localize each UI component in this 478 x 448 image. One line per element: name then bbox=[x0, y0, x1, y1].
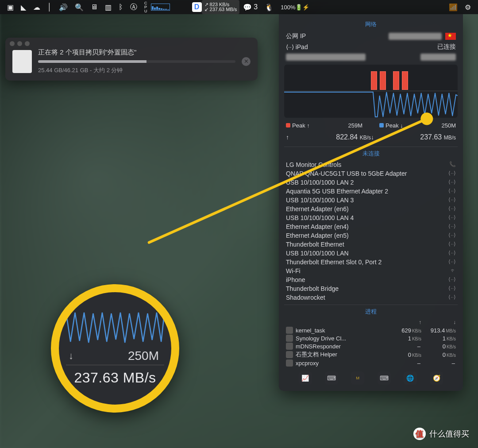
net-down-value: 237.63 MB/s bbox=[210, 7, 237, 12]
terminal-icon[interactable]: ⌨ bbox=[325, 371, 338, 385]
process-header: ↑ ↓ bbox=[279, 318, 463, 326]
device-name-redacted: XXXXXXXXX bbox=[286, 54, 366, 61]
adapter-type-icon: ⟨··⟩ bbox=[448, 170, 456, 177]
adapter-name: Wi-Fi bbox=[286, 267, 301, 274]
adapter-name: Ethernet Adapter (en5) bbox=[286, 232, 349, 239]
magnifier-callout: ↓ 250M 237.63 MB/s bbox=[51, 284, 179, 413]
process-down: 0KB/s bbox=[421, 351, 456, 358]
peak-up-value: 259M bbox=[348, 122, 362, 129]
adapter-row[interactable]: Thunderbolt Bridge⟨··⟩ bbox=[279, 284, 463, 293]
battery-status[interactable]: 100% 🔋⚡ bbox=[277, 0, 313, 14]
input-source-icon[interactable]: Ⓐ bbox=[127, 0, 141, 14]
search-icon[interactable]: 🔍 bbox=[71, 0, 87, 14]
process-up: – bbox=[387, 360, 421, 367]
adapter-row[interactable]: LG Monitor Controls📞 bbox=[279, 160, 463, 169]
process-icon bbox=[286, 327, 293, 334]
adapter-type-icon: ⟨··⟩ bbox=[448, 179, 456, 186]
adapter-type-icon: ⟨··⟩ bbox=[448, 241, 456, 248]
adapter-row[interactable]: Ethernet Adapter (en5)⟨··⟩ bbox=[279, 231, 463, 240]
adapter-row[interactable]: USB 10/100/1000 LAN 2⟨··⟩ bbox=[279, 178, 463, 187]
mag-down-arrow-icon: ↓ bbox=[69, 350, 73, 362]
bluetooth-icon[interactable]: ᛒ bbox=[115, 0, 127, 14]
speedtest-icon[interactable]: 🧭 bbox=[430, 371, 443, 385]
file-stack-icon bbox=[12, 50, 32, 73]
public-ip-redacted: XXX.XXX.XXX bbox=[389, 33, 442, 40]
adapter-row[interactable]: Wi-Fiᯤ bbox=[279, 266, 463, 275]
window-traffic-lights[interactable] bbox=[10, 41, 30, 46]
process-row[interactable]: Synology Drive Cl... 1KB/s 1KB/s bbox=[279, 334, 463, 342]
process-down: 913.4MB/s bbox=[421, 327, 456, 334]
adapter-type-icon: ⟨··⟩ bbox=[448, 294, 456, 301]
process-icon bbox=[286, 335, 293, 342]
adapter-row[interactable]: Shadowrocket⟨··⟩ bbox=[279, 293, 463, 302]
process-list: kernel_task 629KB/s 913.4MB/s Synology D… bbox=[279, 326, 463, 367]
adapter-row[interactable]: Thunderbolt Ethernet Slot 0, Port 2⟨··⟩ bbox=[279, 258, 463, 266]
process-up: 629KB/s bbox=[387, 327, 421, 334]
cancel-copy-button[interactable]: ✕ bbox=[242, 57, 251, 66]
watermark: 值 什么值得买 bbox=[413, 428, 469, 440]
wechat-icon[interactable]: 💬 3 bbox=[239, 0, 261, 14]
adapter-name: Thunderbolt Ethernet Slot 0, Port 2 bbox=[286, 259, 382, 266]
magnified-rate: 237.63 MB/s bbox=[66, 370, 164, 386]
network-utility-icon[interactable]: 🌐 bbox=[404, 371, 417, 385]
adapter-name: Aquantia 5G USB Ethernet Adapter 2 bbox=[286, 188, 388, 195]
adapter-name: USB 10/100/1000 LAN bbox=[286, 250, 349, 257]
network-stats-panel: 网络 公网 IP XXX.XXX.XXX ⟨··⟩ iPad 已连接 XXXXX… bbox=[279, 14, 463, 391]
wifi-off-icon[interactable]: 📶 bbox=[445, 0, 461, 14]
marked-icon[interactable]: M bbox=[351, 371, 364, 385]
menubar-app-icon[interactable]: ▣ bbox=[4, 0, 17, 14]
adapter-row[interactable]: Thunderbolt Ethernet⟨··⟩ bbox=[279, 240, 463, 249]
magnified-peak: 250M bbox=[128, 349, 164, 363]
adapter-type-icon: ⟨··⟩ bbox=[448, 214, 456, 221]
section-network: 网络 bbox=[279, 20, 463, 28]
adapter-type-icon: ⟨··⟩ bbox=[448, 250, 456, 257]
process-name: xpcproxy bbox=[296, 360, 387, 367]
activity-monitor-icon[interactable]: 📈 bbox=[299, 371, 312, 385]
adapter-row[interactable]: USB 10/100/1000 LAN 4⟨··⟩ bbox=[279, 213, 463, 222]
device-ip-redacted: XXX7 bbox=[420, 54, 456, 61]
adapter-type-icon: ⟨··⟩ bbox=[448, 259, 456, 266]
network-speed-menubar[interactable]: ↗ 823 KB/s ↙ 237.63 MB/s bbox=[202, 0, 240, 14]
qq-icon[interactable]: 🐧 bbox=[261, 0, 277, 14]
cpu-bars-icon[interactable] bbox=[151, 4, 170, 11]
section-disconnected: 未连接 bbox=[279, 150, 463, 158]
file-copy-dialog: 正在将 2 个项目拷贝到"外置固态" 25.44 GB/46.21 GB - 大… bbox=[5, 38, 258, 81]
console-icon[interactable]: ⌨ bbox=[378, 371, 391, 385]
cpu-label[interactable]: CPU bbox=[141, 0, 151, 14]
app-d-icon[interactable]: D bbox=[192, 2, 202, 12]
copy-title: 正在将 2 个项目拷贝到"外置固态" bbox=[38, 48, 235, 57]
rate-up-value: 822.84 bbox=[336, 133, 358, 141]
cloud-icon[interactable]: ☁ bbox=[30, 0, 44, 14]
adapter-type-icon: ᯤ bbox=[451, 267, 456, 274]
adapter-name: USB 10/100/1000 LAN 4 bbox=[286, 214, 354, 221]
adapter-row[interactable]: Ethernet Adapter (en6)⟨··⟩ bbox=[279, 205, 463, 213]
peak-down-dot-icon bbox=[379, 123, 384, 127]
adapter-row[interactable]: USB 10/100/1000 LAN 3⟨··⟩ bbox=[279, 196, 463, 205]
adapter-name: Ethernet Adapter (en4) bbox=[286, 223, 349, 230]
control-center-icon[interactable]: ⚙ bbox=[461, 0, 474, 14]
adapter-name: iPhone bbox=[286, 276, 305, 283]
menubar-icon-bird[interactable]: ◣ bbox=[17, 0, 30, 14]
process-row[interactable]: mDNSResponder – 0KB/s bbox=[279, 342, 463, 350]
watermark-text: 什么值得买 bbox=[429, 429, 469, 439]
adapter-type-icon: ⟨··⟩ bbox=[448, 197, 456, 204]
link-icon: ⟨··⟩ bbox=[286, 43, 294, 50]
peak-row: Peak ↑ 259M Peak ↓ 250M bbox=[279, 120, 463, 131]
adapter-type-icon: ⟨··⟩ bbox=[448, 232, 456, 239]
process-row[interactable]: 石墨文档 Helper 0KB/s 0KB/s bbox=[279, 350, 463, 359]
section-processes: 进程 bbox=[279, 308, 463, 316]
adapter-type-icon: ⟨··⟩ bbox=[448, 276, 456, 283]
display-icon[interactable]: 🖥 bbox=[87, 0, 101, 14]
process-row[interactable]: kernel_task 629KB/s 913.4MB/s bbox=[279, 326, 463, 334]
battery-indicator-icon[interactable]: ▥ bbox=[101, 0, 115, 14]
adapter-row[interactable]: iPhone⟨··⟩ bbox=[279, 275, 463, 284]
process-row[interactable]: xpcproxy – – bbox=[279, 359, 463, 367]
adapter-name: Thunderbolt Ethernet bbox=[286, 241, 344, 248]
process-up: 0KB/s bbox=[387, 351, 421, 358]
adapter-row[interactable]: USB 10/100/1000 LAN⟨··⟩ bbox=[279, 249, 463, 258]
process-up: 1KB/s bbox=[387, 335, 421, 342]
volume-icon[interactable]: 🔊 bbox=[55, 0, 71, 14]
adapter-row[interactable]: Aquantia 5G USB Ethernet Adapter 2⟨··⟩ bbox=[279, 187, 463, 196]
watermark-badge-icon: 值 bbox=[413, 428, 426, 440]
adapter-row[interactable]: Ethernet Adapter (en4)⟨··⟩ bbox=[279, 222, 463, 231]
